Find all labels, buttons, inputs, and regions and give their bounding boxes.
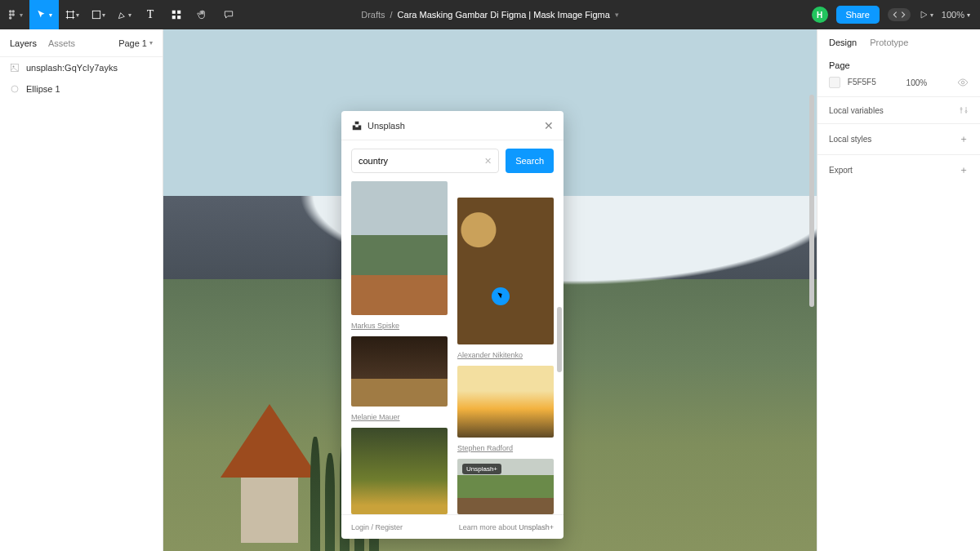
breadcrumb[interactable]: Drafts / Cara Masking Gambar Di Figma | …	[361, 10, 619, 20]
result-thumb[interactable]	[351, 336, 448, 407]
present-button[interactable]: ▾	[919, 0, 933, 29]
page-bg-hex[interactable]: F5F5F5	[848, 78, 876, 87]
pen-tool-button[interactable]: ▾	[111, 0, 137, 29]
svg-rect-10	[11, 64, 19, 72]
canvas-scrollbar[interactable]	[805, 29, 817, 551]
devmode-icon	[893, 11, 906, 19]
plugin-results[interactable]: Markus Spiske Melanie Mauer Alexander Ni…	[341, 181, 564, 514]
zoom-value: 100%	[942, 10, 964, 20]
unsplash-plus-badge: Unsplash+	[462, 464, 501, 474]
avatar-letter: H	[817, 11, 822, 20]
right-panel: Design Prototype Page F5F5F5 100% Local …	[817, 29, 980, 551]
search-button[interactable]: Search	[506, 149, 554, 173]
page-bg-swatch-row[interactable]: F5F5F5	[829, 77, 876, 88]
top-toolbar: ▾ ▾ ▾ ▾ ▾ T Drafts / Cara Masking Gambar…	[0, 0, 980, 29]
plus-icon[interactable]: ＋	[959, 132, 969, 146]
zoom-control[interactable]: 100% ▾	[942, 10, 970, 20]
photo-credit[interactable]: Stephen Radford	[457, 444, 554, 452]
svg-rect-3	[11, 13, 15, 16]
unsplash-plugin-window: Unsplash ✕ ✕ Search Markus Spiske Melani…	[341, 111, 564, 539]
file-title[interactable]: Cara Masking Gambar Di Figma | Mask Imag…	[398, 10, 610, 20]
chevron-down-icon: ▾	[149, 39, 153, 47]
svg-point-14	[960, 109, 962, 110]
plugin-titlebar[interactable]: Unsplash ✕	[341, 111, 564, 140]
shape-tool-button[interactable]: ▾	[85, 0, 111, 29]
chevron-down-icon: ▾	[102, 11, 105, 19]
tab-assets[interactable]: Assets	[48, 38, 75, 48]
frame-icon	[65, 9, 76, 20]
photo-credit[interactable]: Melanie Mauer	[351, 413, 448, 421]
chevron-down-icon: ▾	[76, 11, 79, 19]
tab-layers[interactable]: Layers	[10, 38, 37, 48]
svg-rect-5	[92, 11, 100, 18]
frame-tool-button[interactable]: ▾	[59, 0, 85, 29]
results-column-right: Alexander Nikitenko Stephen Radford Unsp…	[457, 181, 554, 514]
layer-name: unsplash:GqYcIy7ayks	[26, 63, 118, 73]
chevron-down-icon: ▾	[20, 11, 23, 19]
text-tool-button[interactable]: T	[137, 0, 163, 29]
clear-icon[interactable]: ✕	[484, 156, 492, 167]
photo-credit[interactable]: Alexander Nikitenko	[457, 351, 554, 359]
figma-logo-icon	[7, 9, 18, 20]
pen-icon	[117, 9, 128, 20]
resources-button[interactable]	[163, 0, 189, 29]
left-panel: Layers Assets Page 1 ▾ unsplash:GqYcIy7a…	[0, 29, 163, 551]
page-label: Page 1	[118, 38, 147, 48]
page-bg-opacity[interactable]: 100%	[906, 78, 928, 87]
chevron-down-icon: ▾	[967, 11, 970, 19]
result-thumb[interactable]	[457, 366, 554, 438]
learn-more[interactable]: Learn more about Unsplash+	[459, 523, 554, 531]
dev-mode-toggle[interactable]	[888, 8, 911, 21]
result-thumb[interactable]: Unsplash+	[457, 459, 554, 514]
chevron-down-icon: ▾	[49, 11, 52, 19]
color-swatch[interactable]	[829, 77, 840, 88]
local-variables-label[interactable]: Local variables	[829, 106, 884, 115]
page-section-label: Page	[829, 60, 969, 70]
move-tool-button[interactable]: ▾	[29, 0, 59, 29]
comment-tool-button[interactable]	[216, 0, 242, 29]
chevron-down-icon[interactable]: ▾	[615, 11, 619, 19]
plugin-footer: Login / Register Learn more about Unspla…	[341, 514, 564, 539]
avatar[interactable]: H	[812, 7, 828, 23]
svg-point-12	[11, 86, 18, 92]
breadcrumb-drafts[interactable]: Drafts	[361, 10, 385, 20]
layer-row-image[interactable]: unsplash:GqYcIy7ayks	[0, 57, 163, 78]
svg-point-13	[961, 81, 964, 84]
resources-icon	[171, 9, 182, 20]
svg-point-11	[13, 66, 15, 68]
breadcrumb-separator: /	[390, 10, 393, 20]
image-icon	[10, 63, 20, 73]
search-input-wrap[interactable]: ✕	[351, 149, 499, 173]
hand-tool-button[interactable]	[189, 0, 216, 29]
page-selector[interactable]: Page 1 ▾	[118, 38, 153, 48]
visibility-icon[interactable]	[957, 77, 969, 88]
svg-rect-0	[9, 10, 11, 12]
settings-icon[interactable]	[959, 105, 969, 115]
canvas-decor-tower	[220, 404, 318, 543]
plus-icon[interactable]: ＋	[959, 163, 969, 177]
svg-rect-1	[11, 10, 15, 12]
result-thumb[interactable]	[351, 181, 448, 315]
result-thumb[interactable]	[351, 428, 448, 514]
text-icon: T	[147, 8, 154, 21]
layer-row-ellipse[interactable]: Ellipse 1	[0, 78, 163, 100]
result-thumb[interactable]	[457, 198, 554, 344]
layer-name: Ellipse 1	[26, 84, 60, 94]
close-icon[interactable]: ✕	[544, 119, 554, 132]
tab-design[interactable]: Design	[829, 38, 857, 47]
cursor-icon	[36, 9, 47, 20]
play-icon	[919, 10, 929, 20]
svg-rect-6	[172, 11, 176, 14]
share-button[interactable]: Share	[836, 6, 880, 24]
export-label[interactable]: Export	[829, 166, 853, 175]
hand-icon	[197, 9, 208, 20]
svg-rect-7	[177, 11, 180, 14]
figma-menu-button[interactable]: ▾	[0, 0, 29, 29]
photo-credit[interactable]: Markus Spiske	[351, 322, 448, 330]
search-input[interactable]	[359, 156, 484, 166]
tab-prototype[interactable]: Prototype	[870, 38, 908, 47]
login-link[interactable]: Login / Register	[351, 523, 403, 531]
plugin-scrollbar[interactable]	[557, 184, 562, 511]
svg-rect-4	[9, 16, 11, 20]
local-styles-label[interactable]: Local styles	[829, 135, 871, 144]
